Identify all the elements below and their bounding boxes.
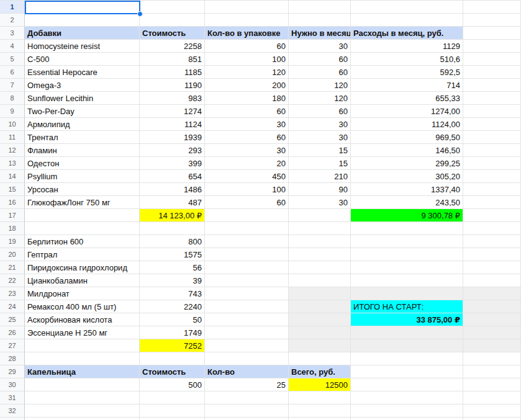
cell-A7[interactable]: Omega-3	[25, 79, 140, 92]
row-header-28[interactable]: 28	[0, 352, 25, 365]
cell-F20[interactable]	[463, 248, 521, 261]
cell-B4[interactable]: 2258	[140, 40, 205, 53]
cell-E30[interactable]	[351, 378, 463, 391]
cell-A11[interactable]: Трентал	[25, 131, 140, 144]
cell-D9[interactable]: 60	[289, 105, 351, 118]
cell-B27[interactable]: 7252	[140, 339, 205, 352]
cell-B6[interactable]: 1185	[140, 66, 205, 79]
cell-E9[interactable]: 1274,00	[351, 105, 463, 118]
cell-B9[interactable]: 1274	[140, 105, 205, 118]
cell-F15[interactable]	[463, 183, 521, 196]
row-header-5[interactable]: 5	[0, 53, 25, 66]
row-header-13[interactable]: 13	[0, 157, 25, 170]
cell-D7[interactable]: 120	[289, 79, 351, 92]
cell-C30[interactable]: 25	[205, 378, 289, 391]
cell-E27[interactable]	[351, 339, 463, 352]
row-header-16[interactable]: 16	[0, 196, 25, 209]
cell-A13[interactable]: Одестон	[25, 157, 140, 170]
cell-A19[interactable]: Берлитион 600	[25, 235, 140, 248]
cell-D17[interactable]	[289, 209, 351, 222]
cell-D20[interactable]	[289, 248, 351, 261]
cell-D10[interactable]: 30	[289, 118, 351, 131]
cell-A23[interactable]: Милдронат	[25, 287, 140, 300]
cell-B7[interactable]: 1190	[140, 79, 205, 92]
cell-A4[interactable]: Homocysteine resist	[25, 40, 140, 53]
cell-D12[interactable]: 15	[289, 144, 351, 157]
cell-E28[interactable]	[351, 352, 463, 365]
row-header-1[interactable]: 1	[0, 1, 25, 14]
cell-A33[interactable]	[25, 418, 140, 420]
row-header-12[interactable]: 12	[0, 144, 25, 157]
cell-B20[interactable]: 1575	[140, 248, 205, 261]
cell-C29[interactable]: Кол-во	[205, 365, 289, 378]
cell-E16[interactable]: 243,50	[351, 196, 463, 209]
cell-F18[interactable]	[463, 222, 521, 235]
cell-F4[interactable]	[463, 40, 521, 53]
cell-E13[interactable]: 299,25	[351, 157, 463, 170]
cell-F27[interactable]	[463, 339, 521, 352]
cell-E10[interactable]: 1124,00	[351, 118, 463, 131]
cell-D14[interactable]: 210	[289, 170, 351, 183]
cell-E6[interactable]: 592,5	[351, 66, 463, 79]
cell-B3[interactable]: Стоимость	[140, 27, 205, 40]
cell-E20[interactable]	[351, 248, 463, 261]
cell-D19[interactable]	[289, 235, 351, 248]
row-header-26[interactable]: 26	[0, 326, 25, 339]
cell-C19[interactable]	[205, 235, 289, 248]
cell-B28[interactable]	[140, 352, 205, 365]
cell-C14[interactable]: 450	[205, 170, 289, 183]
cell-C15[interactable]: 100	[205, 183, 289, 196]
cell-A6[interactable]: Essential Hepocare	[25, 66, 140, 79]
row-header-27[interactable]: 27	[0, 339, 25, 352]
cell-C32[interactable]	[205, 404, 289, 418]
cell-F29[interactable]	[463, 365, 521, 378]
cell-B13[interactable]: 399	[140, 157, 205, 170]
cell-F31[interactable]	[463, 391, 521, 404]
cell-F25[interactable]	[463, 313, 521, 326]
cell-E24[interactable]: ИТОГО НА СТАРТ:	[351, 300, 463, 313]
cell-C13[interactable]: 20	[205, 157, 289, 170]
cell-A24[interactable]: Ремаксол 400 мл (5 шт)	[25, 300, 140, 313]
cell-C27[interactable]	[205, 339, 289, 352]
cell-C8[interactable]: 180	[205, 92, 289, 105]
cell-B1[interactable]	[140, 1, 205, 14]
cell-F32[interactable]	[463, 404, 521, 418]
cell-A32[interactable]	[25, 404, 140, 418]
cell-A5[interactable]: C-500	[25, 53, 140, 66]
cell-B2[interactable]	[140, 14, 205, 27]
cell-F16[interactable]	[463, 196, 521, 209]
cell-B12[interactable]: 293	[140, 144, 205, 157]
cell-B19[interactable]: 800	[140, 235, 205, 248]
cell-D5[interactable]: 60	[289, 53, 351, 66]
cell-B18[interactable]	[140, 222, 205, 235]
cell-C5[interactable]: 100	[205, 53, 289, 66]
cell-D22[interactable]	[289, 274, 351, 287]
cell-A20[interactable]: Гептрал	[25, 248, 140, 261]
cell-B14[interactable]: 654	[140, 170, 205, 183]
cell-A3[interactable]: Добавки	[25, 27, 140, 40]
cell-B32[interactable]	[140, 404, 205, 418]
cell-A28[interactable]	[25, 352, 140, 365]
cell-F12[interactable]	[463, 144, 521, 157]
cell-B33[interactable]	[140, 418, 205, 420]
cell-C31[interactable]	[205, 391, 289, 404]
cell-B31[interactable]	[140, 391, 205, 404]
cell-F21[interactable]	[463, 261, 521, 274]
row-header-19[interactable]: 19	[0, 235, 25, 248]
row-header-21[interactable]: 21	[0, 261, 25, 274]
cell-A27[interactable]	[25, 339, 140, 352]
cell-E11[interactable]: 969,50	[351, 131, 463, 144]
cell-A15[interactable]: Урсосан	[25, 183, 140, 196]
cell-D11[interactable]: 30	[289, 131, 351, 144]
cell-F23[interactable]	[463, 287, 521, 300]
cell-B21[interactable]: 56	[140, 261, 205, 274]
cell-C17[interactable]	[205, 209, 289, 222]
cell-A31[interactable]	[25, 391, 140, 404]
cell-C24[interactable]	[205, 300, 289, 313]
cell-A17[interactable]	[25, 209, 140, 222]
cell-C23[interactable]	[205, 287, 289, 300]
cell-C10[interactable]: 30	[205, 118, 289, 131]
cell-F8[interactable]	[463, 92, 521, 105]
cell-B5[interactable]: 851	[140, 53, 205, 66]
row-header-23[interactable]: 23	[0, 287, 25, 300]
